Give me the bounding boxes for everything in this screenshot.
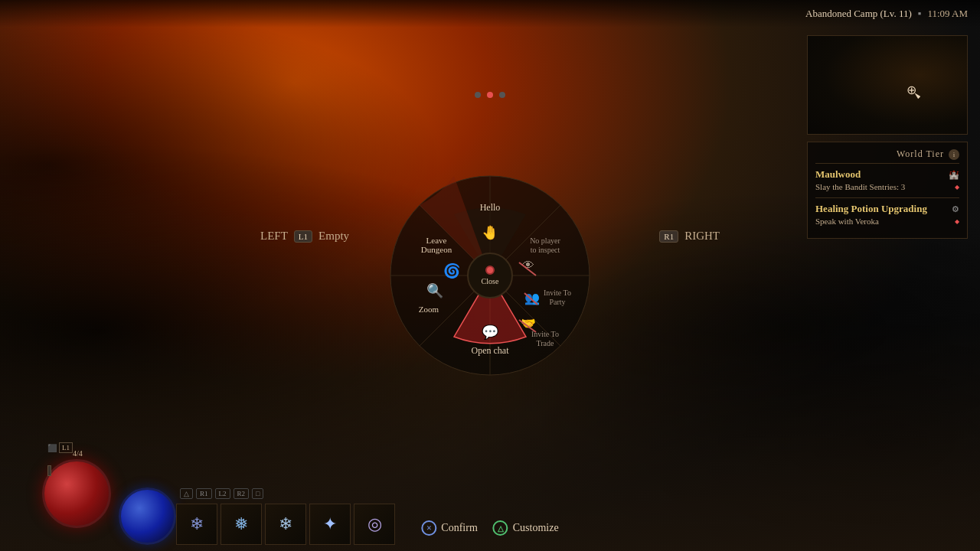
svg-text:Zoom: Zoom (419, 305, 439, 314)
hp-text: 4/4 (73, 449, 83, 458)
skill-bar: ❄ ❅ ❄ ✦ ◎ (176, 504, 395, 545)
location-info: Abandoned Camp (Lv. 11) ▪ 11:09 AM (805, 8, 968, 20)
world-tier-label: World Tier (897, 148, 944, 160)
svg-text:Dungeon: Dungeon (421, 245, 452, 254)
minimap-inner: ⊕ (808, 36, 967, 134)
location-name: Abandoned Camp (Lv. 11) (805, 8, 912, 20)
svg-text:Leave: Leave (426, 236, 447, 245)
world-tier-info-icon[interactable]: i (949, 149, 959, 160)
quest-icon-2: ⚙ (952, 204, 959, 214)
confirm-symbol: × (421, 520, 436, 536)
close-button[interactable]: Close (467, 253, 513, 298)
quest-title-row: Maulwood 🏰 (815, 168, 959, 181)
left-direction-label: LEFT L1 Empty (260, 230, 349, 243)
square-btn: □ (252, 488, 263, 499)
top-bar: Abandoned Camp (Lv. 11) ▪ 11:09 AM (0, 0, 980, 28)
l1-badge: L1 (294, 230, 312, 243)
quest-title-2: Healing Potion Upgrading (815, 203, 927, 215)
svg-text:Invite To: Invite To (544, 289, 571, 297)
quest-entry-potion: Healing Potion Upgrading ⚙ Speak with Ve… (815, 203, 959, 226)
svg-text:👥: 👥 (524, 291, 540, 305)
l2-btn: L2 (215, 488, 230, 499)
minimap-marker: ⊕ (906, 83, 919, 95)
svg-text:Open chat: Open chat (472, 345, 510, 356)
radial-menu: Hello 🤚 No player to inspect 👁 Invite To… (368, 153, 612, 398)
quest-entry-maulwood: Maulwood 🏰 Slay the Bandit Sentries: 3 ◆ (815, 168, 959, 191)
charge-indicator (47, 465, 51, 476)
skill-slot-2[interactable]: ❅ (220, 504, 262, 545)
right-direction-label: R1 RIGHT (659, 230, 720, 243)
skill-icon-1: ❄ (190, 514, 204, 534)
charge-bar (47, 465, 51, 476)
page-dot-3[interactable] (499, 92, 505, 98)
svg-text:Hello: Hello (480, 202, 501, 213)
close-button-dot (485, 266, 495, 275)
svg-text:to inspect: to inspect (531, 246, 560, 254)
skill-slot-3[interactable]: ❄ (265, 504, 306, 545)
svg-text:Trade: Trade (537, 339, 555, 347)
triangle-btn: △ (180, 488, 193, 499)
svg-text:🌀: 🌀 (443, 262, 461, 279)
page-dot-1[interactable] (475, 92, 481, 98)
page-dots (475, 92, 505, 98)
controller-buttons-row: △ R1 L2 R2 □ (180, 488, 263, 499)
skill-slot-4[interactable]: ✦ (309, 504, 351, 545)
bottom-action-buttons: × Confirm △ Customize (421, 520, 558, 536)
customize-button[interactable]: △ Customize (493, 520, 559, 536)
world-tier-panel: World Tier i Maulwood 🏰 Slay the Bandit … (807, 142, 968, 239)
potion-icon: ⬛ (47, 444, 57, 452)
skill-slot-5[interactable]: ◎ (354, 504, 395, 545)
skill-icon-4: ✦ (323, 514, 337, 534)
left-dir-text: LEFT (260, 230, 288, 243)
confirm-button[interactable]: × Confirm (421, 520, 477, 536)
close-button-label: Close (482, 277, 499, 285)
quest-sub-1: Slay the Bandit Sentries: 3 ◆ (815, 182, 959, 191)
skill-icon-5: ◎ (368, 514, 382, 534)
skill-icon-3: ❄ (279, 514, 292, 534)
l1-badge-potion: L1 (59, 442, 73, 453)
svg-text:No player: No player (530, 236, 560, 245)
page-dot-2[interactable] (487, 92, 493, 98)
health-orb (42, 459, 111, 528)
svg-text:Party: Party (549, 298, 565, 306)
quest-divider (815, 197, 959, 198)
svg-text:💬: 💬 (482, 324, 499, 341)
divider: ▪ (918, 8, 922, 20)
quest-title-row-2: Healing Potion Upgrading ⚙ (815, 203, 959, 215)
skill-slot-1[interactable]: ❄ (176, 504, 217, 545)
svg-text:🤚: 🤚 (482, 224, 499, 241)
left-slot-label: Empty (318, 230, 349, 243)
right-dir-text: RIGHT (684, 230, 720, 243)
r1-btn-small: R1 (196, 488, 212, 499)
mana-orb (119, 487, 176, 545)
quest-icon-1: 🏰 (949, 170, 959, 180)
quest-title-1: Maulwood (815, 168, 861, 181)
time-display: 11:09 AM (927, 8, 968, 20)
customize-symbol: △ (493, 520, 508, 536)
r1-badge: R1 (659, 230, 678, 243)
quest-sub-2: Speak with Veroka ◆ (815, 217, 959, 226)
potion-count-area: ⬛ L1 (47, 442, 73, 453)
r2-btn: R2 (234, 488, 250, 499)
svg-text:🔍: 🔍 (426, 282, 444, 299)
confirm-label: Confirm (441, 522, 477, 534)
minimap: ⊕ (807, 35, 968, 135)
customize-label: Customize (513, 522, 559, 534)
world-tier-header: World Tier i (815, 148, 959, 164)
skill-icon-2: ❅ (234, 514, 248, 534)
